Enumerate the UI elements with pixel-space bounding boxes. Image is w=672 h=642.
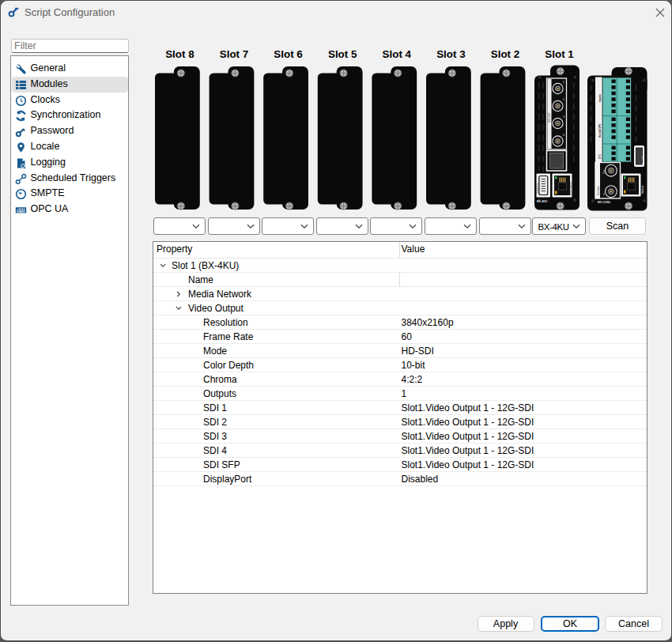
svg-text:In: In [602,193,606,195]
svg-text:4: 4 [563,134,564,137]
svg-text:3: 3 [563,115,564,119]
svg-text:Serial/GPS: Serial/GPS [598,123,602,138]
svg-text:Out: Out [602,170,606,174]
svg-text:1: 1 [563,81,564,84]
svg-text:Genlock: Genlock [597,186,600,195]
svg-text:2: 2 [563,98,564,101]
svg-text:Media Network: Media Network [569,181,572,195]
svg-text:SDI OUT: SDI OUT [548,112,551,123]
svg-text:Inputs: Inputs [598,94,602,102]
svg-text:BX-CONL: BX-CONL [598,201,611,204]
svg-text:Network: Network [641,185,644,194]
svg-text:DisplayPort: DisplayPort [536,183,539,194]
svg-text:LTC: LTC [598,153,602,159]
svg-text:MicroSD: MicroSD [642,156,645,164]
svg-text:BX-4KU: BX-4KU [537,200,548,203]
